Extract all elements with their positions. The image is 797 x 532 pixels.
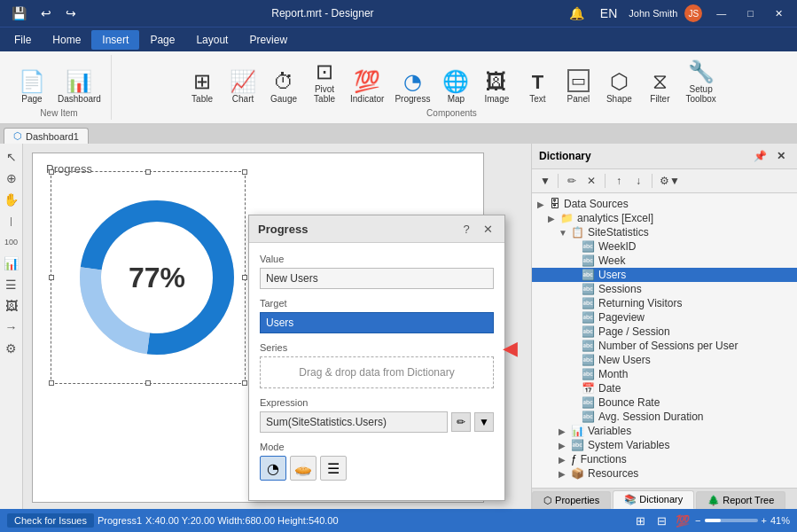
- menu-item-page[interactable]: Page: [139, 30, 185, 50]
- status-icon-2[interactable]: ⊟: [652, 512, 670, 529]
- language-selector[interactable]: EN: [596, 4, 621, 22]
- status-icon-1[interactable]: ⊞: [631, 512, 649, 529]
- dialog-help-btn[interactable]: ?: [458, 221, 474, 237]
- filter-label: Filter: [650, 94, 669, 104]
- chart-icon: 📈: [230, 71, 256, 92]
- ribbon: 📄 Page 📊 Dashboard New Item ⊞ Table 📈 Ch…: [0, 51, 797, 124]
- ribbon-group-components: ⊞ Table 📈 Chart ⏱ Gauge ⊡ PivotTable 💯 I…: [113, 55, 790, 120]
- minimize-btn[interactable]: —: [709, 6, 733, 20]
- canvas-tab-strip: ⬡ Dashboard1: [0, 124, 797, 144]
- pivot-label: PivotTable: [314, 84, 335, 104]
- ribbon-btn-image[interactable]: 🖼 Image: [477, 68, 516, 106]
- dialog-close-btn[interactable]: ✕: [480, 221, 496, 237]
- check-issues-btn[interactable]: Check for Issues: [7, 513, 94, 528]
- menu-item-preview[interactable]: Preview: [238, 30, 298, 50]
- progress-dialog: Progress ? ✕ Value Target: [248, 215, 505, 501]
- shape-icon: ⬡: [610, 71, 629, 92]
- setup-toolbox-label: SetupToolbox: [685, 84, 715, 104]
- ribbon-btn-map[interactable]: 🌐 Map: [436, 68, 475, 106]
- zoom-plus-btn[interactable]: +: [762, 515, 767, 526]
- dialog-body: Value Target Series Drag & drop data fro…: [249, 243, 504, 500]
- ribbon-btn-progress[interactable]: ◔ Progress: [390, 68, 434, 106]
- dashboard-icon: 📊: [66, 71, 92, 92]
- mode-btn-pie[interactable]: 🥧: [290, 456, 316, 481]
- ribbon-group-new-items: 📄 Page 📊 Dashboard: [12, 55, 105, 106]
- dialog-controls: ? ✕: [458, 221, 496, 237]
- pivot-icon: ⊡: [316, 61, 333, 82]
- dialog-title: Progress: [258, 223, 308, 236]
- zoom-control: − + 41%: [695, 515, 790, 526]
- dialog-value-label: Value: [260, 254, 494, 264]
- ribbon-btn-dashboard[interactable]: 📊 Dashboard: [53, 68, 105, 106]
- table-label: Table: [191, 94, 213, 104]
- save-icon[interactable]: 💾: [7, 4, 31, 22]
- ribbon-btn-panel[interactable]: ▭ Panel: [559, 66, 598, 106]
- mode-btn-list[interactable]: ☰: [320, 456, 347, 481]
- canvas-tab-dashboard1[interactable]: ⬡ Dashboard1: [4, 128, 89, 144]
- status-icon-3[interactable]: 💯: [674, 512, 692, 529]
- dialog-series-drop-area[interactable]: Drag & drop data from Dictionary: [260, 356, 494, 388]
- zoom-slider[interactable]: [705, 519, 758, 522]
- close-btn[interactable]: ✕: [768, 6, 790, 21]
- dashboard-tab-label: Dashboard1: [26, 131, 79, 142]
- dialog-mode-buttons: ◔ 🥧 ☰: [260, 456, 494, 481]
- user-name: John Smith: [629, 8, 677, 19]
- dialog-expression-label: Expression: [260, 397, 494, 408]
- dialog-value-input[interactable]: [260, 268, 494, 289]
- ribbon-group-components-label: Components: [426, 106, 477, 118]
- ribbon-group-newitem-label: New Item: [40, 106, 77, 118]
- ribbon-btn-page[interactable]: 📄 Page: [12, 68, 51, 106]
- mode-btn-circular[interactable]: ◔: [260, 456, 286, 481]
- zoom-slider-fill: [705, 519, 721, 522]
- page-icon: 📄: [19, 71, 45, 92]
- user-avatar[interactable]: JS: [684, 4, 702, 22]
- status-bar-right: ⊞ ⊟ 💯 − + 41%: [631, 512, 790, 529]
- title-bar-left: 💾 ↩ ↪: [7, 4, 81, 22]
- zoom-value: 41%: [770, 515, 790, 526]
- status-position: X:40.00 Y:20.00 Width:680.00 Height:540.…: [145, 515, 339, 526]
- image-label: Image: [485, 94, 510, 104]
- ribbon-btn-pivot[interactable]: ⊡ PivotTable: [305, 59, 344, 106]
- ribbon-btn-chart[interactable]: 📈 Chart: [223, 68, 262, 106]
- dialog-expression-input[interactable]: [260, 411, 448, 433]
- dialog-value-field: Value: [260, 254, 494, 289]
- ribbon-btn-filter[interactable]: ⧖ Filter: [640, 68, 679, 106]
- table-icon: ⊞: [193, 71, 211, 92]
- dialog-expression-row: ✏ ▼: [260, 411, 494, 433]
- dialog-series-label: Series: [260, 342, 494, 353]
- filter-icon: ⧖: [652, 71, 668, 92]
- ribbon-btn-gauge[interactable]: ⏱ Gauge: [264, 68, 303, 106]
- menu-item-home[interactable]: Home: [42, 30, 91, 50]
- ribbon-btn-setup-toolbox[interactable]: 🔧 SetupToolbox: [681, 59, 720, 106]
- app-title: Report.mrt - Designer: [271, 7, 373, 20]
- title-bar-right: 🔔 EN John Smith JS — □ ✕: [565, 4, 790, 22]
- ribbon-btn-shape[interactable]: ⬡ Shape: [599, 68, 638, 106]
- zoom-minus-btn[interactable]: −: [695, 515, 700, 526]
- ribbon-btn-indicator[interactable]: 💯 Indicator: [346, 68, 388, 106]
- menu-item-file[interactable]: File: [4, 30, 42, 50]
- menu-item-insert[interactable]: Insert: [91, 30, 139, 50]
- target-arrow: ◀: [503, 337, 518, 360]
- undo-icon[interactable]: ↩: [36, 4, 56, 22]
- main-layout: ↖ ⊕ ✋ | 100 📊 ☰ 🖼 → ⚙ Progress: [0, 144, 797, 509]
- ribbon-group-new: 📄 Page 📊 Dashboard New Item: [7, 55, 112, 120]
- ribbon-components-items: ⊞ Table 📈 Chart ⏱ Gauge ⊡ PivotTable 💯 I…: [183, 55, 721, 106]
- dialog-expression-dropdown-btn[interactable]: ▼: [474, 412, 494, 432]
- dialog-header[interactable]: Progress ? ✕: [249, 215, 504, 243]
- image-icon: 🖼: [486, 71, 507, 92]
- dialog-target-input[interactable]: [260, 312, 494, 333]
- dashboard-tab-icon: ⬡: [13, 130, 22, 142]
- menu-item-layout[interactable]: Layout: [185, 30, 238, 50]
- drag-drop-label: Drag & drop data from Dictionary: [299, 366, 454, 379]
- dialog-target-field: Target: [260, 298, 494, 333]
- dialog-target-label: Target: [260, 298, 494, 309]
- ribbon-btn-text[interactable]: T Text: [518, 70, 557, 106]
- map-icon: 🌐: [442, 71, 469, 92]
- ribbon-btn-table[interactable]: ⊞ Table: [183, 68, 222, 106]
- dashboard-label: Dashboard: [58, 94, 101, 104]
- progress-icon: ◔: [403, 71, 422, 92]
- bell-icon[interactable]: 🔔: [565, 4, 589, 22]
- dialog-expression-edit-btn[interactable]: ✏: [451, 412, 471, 432]
- redo-icon[interactable]: ↪: [61, 4, 81, 22]
- maximize-btn[interactable]: □: [740, 6, 761, 20]
